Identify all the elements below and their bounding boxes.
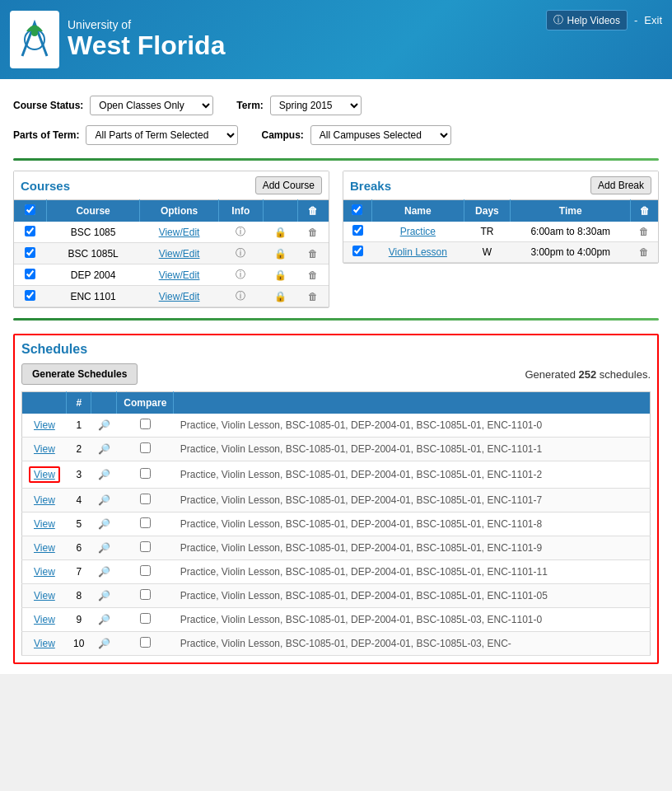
delete-icon-2[interactable]: 🗑 <box>308 248 318 260</box>
view-link-2[interactable]: View <box>34 443 55 455</box>
col-desc-header <box>174 392 651 414</box>
compare-checkbox-3[interactable] <box>140 468 151 479</box>
compare-checkbox-2[interactable] <box>140 442 151 453</box>
schedule-row-8: View 8 🔎 Practice, Violin Lesson, BSC-10… <box>22 584 651 608</box>
col-lock <box>263 200 297 222</box>
compare-checkbox-4[interactable] <box>140 494 151 504</box>
info-icon-4[interactable]: ⓘ <box>236 290 245 302</box>
magnify-icon-9[interactable]: 🔎 <box>98 614 110 625</box>
magnify-icon-10[interactable]: 🔎 <box>98 638 110 649</box>
header-links: ⓘ Help Videos - Exit <box>546 7 662 30</box>
compare-checkbox-1[interactable] <box>140 419 151 429</box>
course-view-edit-4[interactable]: View/Edit <box>159 291 200 302</box>
term-select[interactable]: Spring 2015 <box>270 96 362 115</box>
exit-link[interactable]: Exit <box>644 14 662 26</box>
select-all-breaks[interactable] <box>352 204 362 215</box>
parts-of-term-select[interactable]: All Parts of Term Selected <box>86 125 238 145</box>
lock-icon-2[interactable]: 🔒 <box>274 248 287 260</box>
magnify-icon-3[interactable]: 🔎 <box>98 469 110 480</box>
west-florida-label: West Florida <box>68 31 225 60</box>
col-options: Options <box>140 200 219 222</box>
schedule-num-5: 5 <box>67 513 91 536</box>
compare-checkbox-10[interactable] <box>140 637 151 648</box>
lock-icon-1[interactable]: 🔒 <box>274 227 287 238</box>
magnify-icon-7[interactable]: 🔎 <box>98 566 110 578</box>
break-delete-1[interactable]: 🗑 <box>639 226 649 237</box>
view-link-7[interactable]: View <box>34 566 55 578</box>
view-link-4[interactable]: View <box>34 494 55 506</box>
compare-checkbox-9[interactable] <box>140 613 151 624</box>
view-link-1[interactable]: View <box>34 419 55 431</box>
schedule-num-1: 1 <box>67 414 91 438</box>
magnify-icon-6[interactable]: 🔎 <box>98 542 110 554</box>
magnify-icon-5[interactable]: 🔎 <box>98 518 110 530</box>
table-row: DEP 2004 View/Edit ⓘ 🔒 🗑 <box>14 264 329 286</box>
view-link-10[interactable]: View <box>34 638 55 649</box>
course-status-label: Course Status: <box>13 100 83 111</box>
add-break-button[interactable]: Add Break <box>590 176 651 194</box>
schedule-desc-4: Practice, Violin Lesson, BSC-1085-01, DE… <box>174 489 651 513</box>
course-name: BSC 1085 <box>46 222 139 243</box>
breaks-title: Breaks <box>350 179 391 193</box>
break-name-2[interactable]: Violin Lesson <box>389 246 447 258</box>
course-checkbox-2[interactable] <box>25 247 35 258</box>
col-break-time: Time <box>511 200 631 222</box>
view-link-8[interactable]: View <box>34 590 55 601</box>
separator: - <box>634 14 637 26</box>
course-checkbox-4[interactable] <box>25 290 35 301</box>
delete-icon-1[interactable]: 🗑 <box>308 227 318 238</box>
schedule-row-7: View 7 🔎 Practice, Violin Lesson, BSC-10… <box>22 560 651 584</box>
course-checkbox-1[interactable] <box>25 226 35 236</box>
schedule-num-8: 8 <box>67 584 91 608</box>
magnify-icon-2[interactable]: 🔎 <box>98 443 110 455</box>
info-icon-1[interactable]: ⓘ <box>236 226 245 237</box>
break-delete-2[interactable]: 🗑 <box>639 246 649 258</box>
col-break-delete: 🗑 <box>631 200 658 222</box>
table-row: Violin Lesson W 3:00pm to 4:00pm 🗑 <box>343 242 658 263</box>
course-status-select[interactable]: Open Classes Only <box>90 96 213 115</box>
col-break-name: Name <box>371 200 464 222</box>
add-course-button[interactable]: Add Course <box>255 176 322 194</box>
compare-checkbox-8[interactable] <box>140 589 151 600</box>
magnify-icon-8[interactable]: 🔎 <box>98 590 110 601</box>
generated-count-text: Generated 252 schedules. <box>525 368 651 381</box>
courses-header: Courses Add Course <box>14 171 329 199</box>
view-link-3[interactable]: View <box>34 469 55 480</box>
help-videos-button[interactable]: ⓘ Help Videos <box>546 10 628 30</box>
info-icon-3[interactable]: ⓘ <box>236 269 245 280</box>
view-link-5[interactable]: View <box>34 518 55 530</box>
break-checkbox-2[interactable] <box>352 246 363 256</box>
break-name-1[interactable]: Practice <box>400 226 436 237</box>
schedule-desc-3: Practice, Violin Lesson, BSC-1085-01, DE… <box>174 461 651 489</box>
magnify-icon-4[interactable]: 🔎 <box>98 494 110 506</box>
col-compare-header: Compare <box>117 392 174 414</box>
course-view-edit-1[interactable]: View/Edit <box>159 227 200 238</box>
course-view-edit-3[interactable]: View/Edit <box>159 269 200 281</box>
delete-icon-3[interactable]: 🗑 <box>308 269 318 281</box>
table-row: BSC 1085L View/Edit ⓘ 🔒 🗑 <box>14 243 329 264</box>
select-all-courses[interactable] <box>25 204 35 215</box>
schedule-desc-1: Practice, Violin Lesson, BSC-1085-01, DE… <box>174 414 651 438</box>
breaks-box: Breaks Add Break Name Days Time 🗑 <box>343 171 659 264</box>
schedule-row-9: View 9 🔎 Practice, Violin Lesson, BSC-10… <box>22 608 651 632</box>
compare-checkbox-7[interactable] <box>140 565 151 576</box>
view-link-6[interactable]: View <box>34 542 55 554</box>
col-info: Info <box>218 200 263 222</box>
schedule-num-2: 2 <box>67 438 91 461</box>
course-view-edit-2[interactable]: View/Edit <box>159 248 200 260</box>
courses-table: Course Options Info 🗑 BSC 1085 View/Edit <box>14 199 329 307</box>
view-link-9[interactable]: View <box>34 614 55 625</box>
lock-icon-4[interactable]: 🔒 <box>274 291 287 302</box>
compare-checkbox-6[interactable] <box>140 541 151 552</box>
table-row: Practice TR 6:00am to 8:30am 🗑 <box>343 222 658 242</box>
generate-schedules-button[interactable]: Generate Schedules <box>21 363 138 385</box>
campus-select[interactable]: All Campuses Selected <box>310 125 451 145</box>
compare-checkbox-5[interactable] <box>140 517 151 528</box>
university-of-label: University of <box>68 18 225 31</box>
break-checkbox-1[interactable] <box>352 225 363 236</box>
magnify-icon-1[interactable]: 🔎 <box>98 419 110 431</box>
lock-icon-3[interactable]: 🔒 <box>274 269 287 281</box>
info-icon-2[interactable]: ⓘ <box>236 247 245 259</box>
course-checkbox-3[interactable] <box>25 269 35 279</box>
delete-icon-4[interactable]: 🗑 <box>308 291 318 302</box>
